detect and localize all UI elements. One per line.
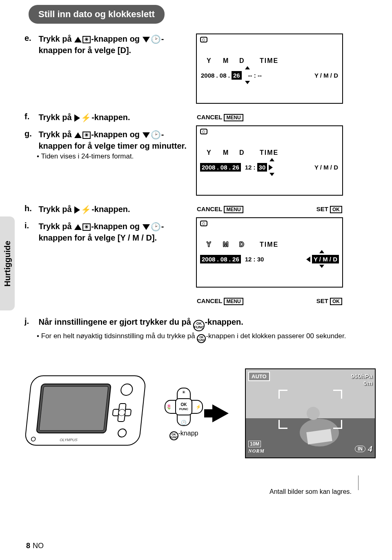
- arrow-down-icon: [245, 81, 250, 84]
- up-icon: [74, 224, 82, 230]
- live-preview: AUTO 960hPa 0m 10M NORM IN 4: [245, 368, 376, 458]
- dpad-label: OKFUNC-knapp: [169, 430, 198, 440]
- svg-text:FUNC: FUNC: [179, 407, 188, 411]
- page-title: Still inn dato og klokkeslett: [29, 5, 165, 24]
- down-icon: [143, 37, 150, 42]
- arrow-down-icon: [270, 173, 274, 176]
- minute-selected: 30: [257, 163, 267, 172]
- left-arrow-icon: [306, 257, 310, 262]
- right-icon: [74, 206, 80, 214]
- svg-text:🌷: 🌷: [166, 404, 172, 410]
- screen1-footer: CANCEL MENU: [196, 112, 343, 125]
- exposure-icon: ☀: [82, 223, 91, 231]
- flash-icon: ⚡: [81, 204, 91, 215]
- sidebar-label: Hurtigguide: [3, 241, 12, 286]
- arrow-up-icon: [245, 66, 250, 69]
- svg-point-8: [31, 437, 36, 441]
- arrow-up-icon: [319, 250, 324, 253]
- step-h-letter: h.: [24, 204, 37, 213]
- sidebar-tab: Hurtigguide: [0, 216, 15, 310]
- up-icon: [74, 37, 82, 42]
- screen3-footer: CANCEL MENU SET OK: [196, 296, 343, 309]
- storage-readout: IN 4: [355, 444, 372, 454]
- day-selected: 26: [232, 71, 242, 80]
- right-arrow-icon: [269, 165, 273, 170]
- down-icon: [143, 224, 150, 230]
- timer-icon: 🕑: [151, 221, 161, 232]
- screen-data-row: 2008 . 08 . 26 12 : 30 Y / M / D: [200, 163, 339, 172]
- camera-illustration: OLYMPUS: [24, 368, 155, 459]
- up-icon: [74, 132, 82, 138]
- step-j-text: Når innstillingene er gjort trykker du p…: [38, 317, 373, 331]
- ok-icon: OK: [330, 206, 342, 213]
- screen2-footer: CANCEL MENU SET OK: [196, 204, 343, 217]
- arrow-up-icon: [270, 158, 274, 161]
- ok-func-icon: OKFUNC: [169, 431, 178, 440]
- focus-corner: [333, 390, 342, 399]
- flash-icon: ⚡: [81, 112, 91, 123]
- screen-header-row: Y M D TIME: [207, 241, 278, 248]
- screen-data-row: 2008 . 08 . 26 12 : 30 Y / M / D: [200, 255, 339, 263]
- svg-point-7: [118, 429, 127, 437]
- svg-text:☀: ☀: [182, 390, 186, 395]
- timer-icon: 🕑: [151, 34, 161, 45]
- svg-text:⚡: ⚡: [196, 404, 201, 410]
- screen-header-row: Y M D TIME: [207, 57, 278, 65]
- timer-icon: 🕑: [151, 129, 161, 141]
- ok-func-icon: OKFUNC: [193, 320, 205, 331]
- svg-text:OK: OK: [181, 402, 187, 407]
- menu-icon: MENU: [224, 206, 243, 213]
- focus-corner: [333, 420, 342, 429]
- preview-caption: Antall bilder som kan lagres.: [270, 488, 376, 495]
- dpad-illustration: OK FUNC ☀ 🕑 🌷 ⚡ OKFUNC-knapp: [159, 386, 208, 440]
- arrow-icon: [212, 404, 241, 422]
- focus-corner: [278, 390, 287, 399]
- focus-corner: [278, 420, 287, 429]
- screen-header-row: Y M D TIME: [207, 149, 278, 156]
- clock-icon: ⏲: [200, 37, 207, 42]
- ok-func-icon: OKFUNC: [197, 334, 206, 343]
- down-icon: [143, 132, 150, 138]
- step-h-text: Trykk på ⚡-knappen.: [38, 204, 191, 215]
- exposure-icon: ☀: [82, 132, 91, 139]
- auto-badge: AUTO: [248, 372, 270, 381]
- arrow-down-icon: [319, 265, 324, 268]
- lcd-screen-1: ⏲ Y M D TIME 2008 . 08 . 26 -- : -- Y / …: [196, 33, 343, 104]
- step-f-text: Trykk på ⚡-knappen.: [38, 112, 191, 123]
- svg-text:🕑: 🕑: [181, 419, 187, 425]
- page-number: 8NO: [26, 542, 44, 550]
- clock-icon: ⏲: [200, 129, 207, 134]
- right-icon: [74, 114, 80, 122]
- step-j-sub: • For en helt nøyaktig tidsinnstilling m…: [24, 332, 376, 343]
- svg-rect-12: [176, 399, 192, 415]
- step-j-letter: j.: [24, 317, 37, 326]
- svg-rect-2: [39, 386, 108, 431]
- pressure-readout: 960hPa 0m: [351, 373, 372, 386]
- lcd-screen-3: ⏲ Y M D TIME 2008 . 08 . 26 12 : 30 Y / …: [196, 217, 343, 288]
- step-e-letter: e.: [24, 33, 37, 43]
- step-g-letter: g.: [24, 129, 37, 138]
- exposure-icon: ☀: [82, 36, 91, 43]
- screen-data-row: 2008 . 08 . 26 -- : -- Y / M / D: [200, 71, 339, 80]
- clock-icon: ⏲: [200, 221, 207, 226]
- menu-icon: MENU: [224, 114, 243, 121]
- step-i-letter: i.: [24, 221, 37, 230]
- lcd-screen-2: ⏲ Y M D TIME 2008 . 08 . 26 12 : 30 Y / …: [196, 125, 343, 196]
- step-i-text: Trykk på ☀-knappen og 🕑-knappen for å ve…: [38, 221, 191, 243]
- svg-text:OLYMPUS: OLYMPUS: [60, 438, 78, 442]
- format-selected: Y / M / D: [312, 255, 339, 263]
- step-f-letter: f.: [24, 112, 37, 121]
- ok-icon: OK: [330, 298, 342, 305]
- step-g-text: Trykk på ☀-knappen og 🕑-knappen for å ve…: [38, 129, 191, 152]
- menu-icon: MENU: [224, 298, 243, 305]
- step-e-text: Trykk på ☀-knappen og 🕑-knappen for å ve…: [38, 33, 191, 56]
- step-g-sub: • Tiden vises i 24-timers format.: [24, 152, 192, 161]
- svg-point-22: [307, 407, 320, 420]
- quality-readout: 10M NORM: [248, 441, 265, 454]
